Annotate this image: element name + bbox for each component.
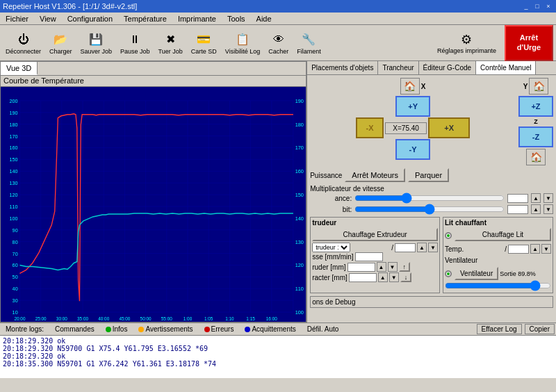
bit-up[interactable]: ▲ [531, 204, 541, 214]
tab-gcode-editor[interactable]: Éditeur G-Code [419, 61, 476, 74]
settings-button[interactable]: ⚙ Réglages imprimante [434, 31, 499, 56]
sd-button[interactable]: 💳 Carte SD [188, 30, 220, 56]
svg-text:150: 150 [295, 192, 304, 198]
fan-slider[interactable] [445, 281, 551, 290]
disconnect-button[interactable]: ⏻ Déconnecter [3, 30, 44, 56]
log-visibility-button[interactable]: 📋 Visibilité Log [222, 30, 263, 56]
log-tab-warnings[interactable]: Avertissements [134, 323, 197, 335]
plus-y-button[interactable]: +Y [395, 96, 430, 117]
avance-value[interactable]: 300 [507, 194, 528, 203]
log-area: Montre logs: Commandes Infos Avertisseme… [0, 322, 556, 378]
z-label: Z [534, 118, 538, 125]
plus-z-button[interactable]: +Z [518, 96, 553, 117]
fan-button[interactable]: Ventilateur [455, 267, 498, 280]
menu-temperature[interactable]: Température [121, 15, 170, 23]
menu-fichier[interactable]: Fichier [3, 15, 31, 23]
extract-up[interactable]: ▲ [378, 272, 388, 282]
extruder-target-temp[interactable]: 190 [395, 243, 416, 252]
avance-down[interactable]: ▼ [543, 193, 553, 203]
avance-up[interactable]: ▲ [531, 193, 541, 203]
menu-tools[interactable]: Tools [224, 15, 248, 23]
mid-row: -X X=75.40 +X [356, 117, 470, 138]
save-label: Sauver Job [81, 48, 113, 55]
retract-button[interactable]: ↑ [399, 262, 411, 272]
arret-moteurs-button[interactable]: Arrêt Moteurs [345, 168, 405, 182]
bit-value[interactable]: 100 [507, 205, 528, 214]
menu-imprimante[interactable]: Imprimante [175, 15, 219, 23]
tab-placement[interactable]: Placements d'objets [307, 61, 378, 74]
parquer-button[interactable]: Parquer [408, 168, 449, 182]
bed-radio[interactable] [445, 232, 452, 239]
log-tab-infos[interactable]: Infos [101, 323, 132, 335]
filament-button[interactable]: 🔧 Filament [294, 30, 324, 56]
speed-title: Multiplicateur de vitesse [310, 185, 553, 193]
disconnect-icon: ⏻ [15, 31, 32, 48]
tab-vue3d[interactable]: Vue 3D [1, 62, 38, 75]
extract-down[interactable]: ▼ [389, 272, 399, 282]
extruder-select[interactable]: trudeur 1 [312, 243, 350, 252]
load-label: Charger [49, 48, 72, 55]
minus-y-button[interactable]: -Y [395, 139, 430, 160]
bit-slider[interactable] [354, 204, 505, 214]
kill-button[interactable]: ✖ Tuer Job [156, 30, 186, 56]
maximize-btn[interactable]: □ [532, 2, 542, 10]
svg-text:55:00: 55:00 [161, 316, 172, 321]
retract-input[interactable]: 5 [348, 263, 375, 272]
kill-icon: ✖ [162, 31, 179, 48]
tab-controle-manuel[interactable]: Contrôle Manuel [476, 61, 536, 74]
extruder-temp-up[interactable]: ▲ [417, 243, 427, 252]
minus-z-button[interactable]: -Z [518, 126, 553, 147]
infos-label: Infos [113, 325, 128, 333]
minimize-btn[interactable]: _ [521, 2, 531, 10]
log-tab-acquittements[interactable]: Acquittements [240, 323, 300, 335]
menu-bar: Fichier View Configuration Température I… [0, 13, 556, 25]
menu-aide[interactable]: Aide [254, 15, 275, 23]
speed-input[interactable]: 100 [355, 252, 383, 261]
log-tab-commandes[interactable]: Commandes [51, 323, 99, 335]
extract-input[interactable]: 10 [349, 273, 377, 282]
heat-extruder-button[interactable]: Chauffage Extrudeur [312, 228, 438, 241]
fan-slider-row [445, 281, 551, 291]
avance-slider[interactable] [354, 193, 505, 203]
save-job-button[interactable]: 💾 Sauver Job [78, 30, 115, 56]
bit-down[interactable]: ▼ [543, 204, 553, 214]
heat-bed-button[interactable]: Chauffage Lit [455, 228, 551, 241]
tab-trancheur[interactable]: Trancheur [378, 61, 418, 74]
avance-label: ance: [310, 195, 352, 202]
log-tab-errors[interactable]: Erreurs [200, 323, 238, 335]
hide-button[interactable]: 👁 Cacher [265, 30, 291, 56]
avance-row: ance: 300 ▲ ▼ [310, 193, 553, 203]
home-xy-btn[interactable]: 🏠 [400, 78, 420, 95]
svg-text:50: 50 [13, 274, 18, 280]
bed-temp-up[interactable]: ▲ [530, 244, 540, 254]
speed-param-row: sse [mm/min] 100 [312, 252, 438, 261]
hide-label: Cacher [268, 48, 288, 55]
copy-log-button[interactable]: Copier [525, 324, 555, 334]
svg-text:200: 200 [10, 98, 18, 104]
settings-icon: ⚙ [461, 32, 472, 47]
extract-button[interactable]: ↓ [400, 272, 412, 282]
retract-down[interactable]: ▼ [388, 262, 398, 272]
load-button[interactable]: 📂 Charger [47, 30, 75, 56]
pause-button[interactable]: ⏸ Pause Job [117, 30, 153, 56]
infos-dot [106, 327, 111, 332]
minus-x-button[interactable]: -X [356, 117, 384, 138]
retract-up[interactable]: ▲ [377, 262, 386, 272]
fan-sortie: Sortie 89.8% [500, 270, 536, 277]
svg-text:110: 110 [10, 204, 18, 210]
fan-label: Ventilateur [445, 256, 477, 264]
log-tab-defil[interactable]: Défil. Auto [303, 323, 343, 335]
emergency-stop-button[interactable]: Arrêt d'Urge [505, 25, 553, 61]
home-z-btn[interactable]: 🏠 [526, 149, 546, 165]
svg-text:1:10: 1:10 [225, 316, 234, 321]
bed-temp-down[interactable]: ▼ [541, 244, 551, 254]
menu-configuration[interactable]: Configuration [65, 15, 115, 23]
home-y-btn[interactable]: 🏠 [529, 78, 548, 95]
menu-view[interactable]: View [37, 15, 59, 23]
close-btn[interactable]: × [543, 2, 553, 10]
extruder-temp-down[interactable]: ▼ [428, 243, 438, 252]
plus-x-button[interactable]: +X [428, 117, 470, 138]
bed-target-temp[interactable]: 50 [508, 245, 529, 254]
fan-radio[interactable] [445, 270, 452, 277]
clear-log-button[interactable]: Effacer Log [477, 324, 522, 334]
